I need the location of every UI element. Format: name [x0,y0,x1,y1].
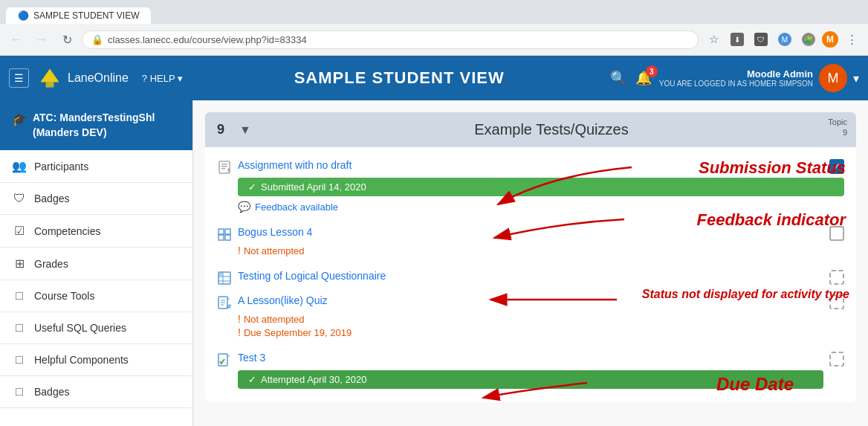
sidebar-item-grades-label: Grades [34,258,68,270]
notification-badge: 3 [646,65,658,77]
sidebar-item-course-tools[interactable]: □ Course Tools [0,280,192,312]
sidebar-item-helpful-components[interactable]: □ Helpful Components [0,344,192,376]
questionnaire-link[interactable]: Testing of Logical Questionnaire [238,270,386,282]
search-button[interactable]: 🔍 [610,70,626,86]
test3-sub: ✓ Attempted April 30, 2020 [217,370,844,389]
nav-icons: 🔍 🔔 3 [610,70,652,86]
assignment-checkbox[interactable]: ✓ [829,159,844,174]
svg-rect-7 [218,229,224,234]
activity-questionnaire-row: Testing of Logical Questionnaire [217,270,844,285]
sidebar-item-sql-queries[interactable]: □ Useful SQL Queries [0,312,192,344]
helpful-icon: □ [12,353,27,367]
tab-title: SAMPLE STUDENT VIEW [33,10,139,21]
questionnaire-checkbox[interactable] [829,270,844,285]
sidebar-item-competencies[interactable]: ☑ Competencies [0,215,192,248]
lesson-icon [217,227,232,242]
quiz-checkbox[interactable] [829,294,844,309]
user-info: Moodle Admin YOU ARE LOGGED IN AS HOMER … [659,64,859,92]
submitted-badge[interactable]: ✓ Submitted April 14, 2020 [238,178,844,196]
svg-rect-9 [218,235,224,240]
lock-icon: 🔒 [91,34,103,45]
logo-icon [36,65,63,91]
app-container: ☰ LaneOnline ? HELP ▾ SAMPLE STUDENT VIE… [0,56,868,426]
competencies-icon: ☑ [12,224,27,238]
ext-button-2[interactable]: 🛡 [751,29,771,50]
url-text: classes.lanecc.edu/course/view.php?id=83… [108,34,307,45]
content-wrapper: 9 ▼ Example Tests/Quizzes Topic9 [193,100,868,426]
sidebar-item-badges2-label: Badges [34,386,69,398]
ext-button-4[interactable]: 🧩 [798,29,819,50]
lesson-link[interactable]: Bogus Lesson 4 [238,226,312,238]
menu-button[interactable]: ⋮ [841,29,862,50]
svg-rect-10 [225,235,230,240]
activity-quiz-row: A Lesson(like) Quiz [217,294,844,310]
test3-checkbox[interactable] [829,352,844,367]
sidebar-item-badges-label: Badges [34,193,69,204]
attempted-label: Attempted April 30, 2020 [261,374,366,385]
sidebar-item-grades[interactable]: ⊞ Grades [0,248,192,280]
lesson-checkbox[interactable] [829,226,844,241]
address-bar[interactable]: 🔒 classes.lanecc.edu/course/view.php?id=… [82,30,699,49]
topic-collapse-icon[interactable]: ▼ [239,123,251,137]
badges2-icon: □ [12,385,27,398]
reload-button[interactable]: ↻ [56,29,77,50]
attempted-check-icon: ✓ [248,374,256,385]
activity-lesson: Bogus Lesson 4 ! Not attempted [205,220,856,264]
quiz-sub: ! Not attempted ! Due September 19, 2019 [217,313,844,338]
feedback-row[interactable]: 💬 Feedback available [238,201,844,213]
logo-area: LaneOnline [36,65,129,91]
user-menu-button[interactable]: ▾ [853,71,859,85]
not-attempted-label-1: Not attempted [244,245,305,256]
help-link[interactable]: ? HELP ▾ [136,70,189,87]
sidebar-item-badges[interactable]: 🛡 Badges [0,183,192,215]
notification-button[interactable]: 🔔 3 [635,70,652,86]
questionnaire-icon [217,271,232,285]
svg-rect-15 [219,273,222,276]
activity-assignment-row: Assignment with no draft ✓ [217,159,844,175]
svg-rect-4 [221,164,227,165]
sidebar-item-participants[interactable]: 👥 Participants [0,150,192,183]
sidebar-item-badges2[interactable]: □ Badges [0,376,192,408]
forward-button[interactable]: → [31,29,52,50]
browser-tab[interactable]: 🔵 SAMPLE STUDENT VIEW [6,7,151,24]
assignment-icon [217,160,232,175]
sidebar-item-course-tools-label: Course Tools [34,290,94,302]
browser-actions: ☆ ⬇ 🛡 M 🧩 M ⋮ [703,29,862,50]
sql-icon: □ [12,321,27,335]
svg-rect-8 [225,229,230,234]
ext-button-1[interactable]: ⬇ [727,29,748,50]
svg-rect-21 [218,354,227,366]
graduation-icon: 🎓 [12,112,27,128]
sidebar-item-participants-label: Participants [34,161,88,172]
feedback-icon: 💬 [238,201,250,213]
sidebar-item-helpful-label: Helpful Components [34,354,129,366]
hamburger-button[interactable]: ☰ [9,68,29,88]
quiz-link[interactable]: A Lesson(like) Quiz [238,294,328,306]
site-name[interactable]: LaneOnline [68,71,129,85]
user-account-icon[interactable]: M [822,31,838,48]
content-area: 9 ▼ Example Tests/Quizzes Topic9 [193,100,868,426]
activity-list: Assignment with no draft ✓ ✓ Submitted A… [205,147,856,402]
ext-button-3[interactable]: M [774,29,795,50]
browser-chrome: 🔵 SAMPLE STUDENT VIEW ← → ↻ 🔒 classes.la… [0,0,868,56]
sidebar-item-competencies-label: Competencies [34,225,101,237]
activity-test3: Test 3 ✓ Attempted April 30, 2020 [205,346,856,396]
svg-rect-6 [221,168,225,170]
top-nav: ☰ LaneOnline ? HELP ▾ SAMPLE STUDENT VIE… [0,56,868,100]
main-area: 🎓 ATC: MandersTestingShl (Manders DEV) 👥… [0,100,868,426]
user-name: Moodle Admin [659,68,813,80]
back-button[interactable]: ← [6,29,27,50]
assignment-link[interactable]: Assignment with no draft [238,159,352,171]
feedback-label: Feedback available [255,201,338,213]
topic-number: 9 [217,122,232,138]
topic-header: 9 ▼ Example Tests/Quizzes Topic9 [205,112,856,147]
page-title: SAMPLE STUDENT VIEW [196,68,603,88]
sidebar-course-header[interactable]: 🎓 ATC: MandersTestingShl (Manders DEV) [0,100,192,150]
topic-label: Topic9 [828,117,847,138]
grades-icon: ⊞ [12,256,27,271]
test3-link[interactable]: Test 3 [238,352,265,364]
user-avatar[interactable]: M [819,64,847,92]
course-tools-icon: □ [12,289,27,303]
bookmark-button[interactable]: ☆ [703,29,724,50]
attempted-badge[interactable]: ✓ Attempted April 30, 2020 [238,370,823,389]
